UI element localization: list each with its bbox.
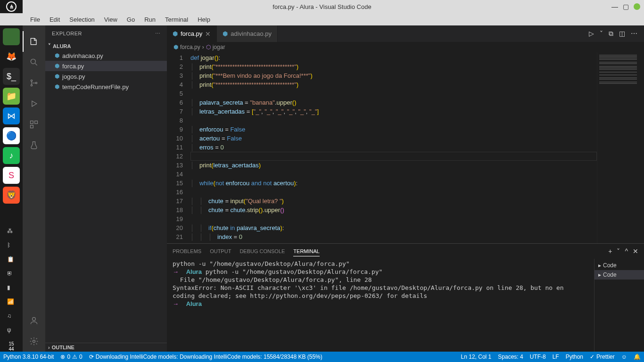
breadcrumb[interactable]: ⬢ forca.py › ⬡ jogar [167,42,644,52]
status-python[interactable]: Python 3.8.10 64-bit [0,352,57,362]
code-editor[interactable]: 123456789101112131415161718192021 def jo… [167,52,644,243]
file-name: jogos.py [62,73,85,80]
status-problems[interactable]: ⊗0 ⚠0 [57,352,85,362]
dock-terminal[interactable]: $_ [3,68,20,85]
dock-bluetooth-icon[interactable]: ᛒ [7,242,16,250]
panel-tab-problems[interactable]: PROBLEMS [173,247,201,256]
run-icon[interactable]: ▷ [589,30,594,38]
os-dock: 🦊 $_ 📁 ⋈ 🔵 ♪ S 🦁 ⁂ ᛒ 📋 ⛨ ▮ 📶 ♫ ψ 1544 [0,25,23,352]
svg-point-1 [31,80,32,81]
tab-label: forca.py [181,30,202,37]
activity-testing[interactable] [23,135,45,156]
maximize-panel-icon[interactable]: ^ [625,247,628,255]
editor-tabs: ⬢forca.py✕⬢adivinhacao.py ▷ ˅ ⧉ ◫ ⋯ [167,25,644,42]
activity-account[interactable] [23,310,45,331]
menu-edit[interactable]: Edit [46,15,64,25]
status-spaces[interactable]: Spaces: 4 [495,352,526,362]
dock-files[interactable]: 📁 [3,88,20,105]
dock-vscode[interactable]: ⋈ [3,107,20,124]
terminal-dropdown-icon[interactable]: ˅ [617,247,620,255]
svg-point-2 [31,84,32,86]
close-button[interactable] [634,3,640,10]
menu-file[interactable]: File [26,15,44,25]
terminal-instance[interactable]: ▸ Code [594,261,644,270]
menu-go[interactable]: Go [123,15,139,25]
menu-help[interactable]: Help [194,15,214,25]
dock-brave[interactable]: 🦁 [3,187,20,204]
status-line-col[interactable]: Ln 12, Col 1 [458,352,495,362]
python-file-icon: ⬢ [223,30,228,37]
new-terminal-icon[interactable]: + [608,247,612,255]
panel-tab-output[interactable]: OUTPUT [210,247,231,256]
dock-music-icon[interactable]: ♫ [7,313,16,321]
dock-battery-icon[interactable]: ▮ [7,284,16,293]
editor-tab[interactable]: ⬢adivinhacao.py [217,25,278,42]
activity-search[interactable] [23,52,45,73]
status-encoding[interactable]: UTF-8 [527,352,549,362]
more-icon[interactable]: ⋯ [631,30,637,38]
file-item[interactable]: ⬢tempCodeRunnerFile.py [45,82,167,92]
status-bar: Python 3.8.10 64-bit ⊗0 ⚠0 ⟳ Downloading… [0,352,644,362]
sync-icon: ⟳ [89,354,94,360]
activity-settings[interactable] [23,331,45,352]
python-file-icon: ⬢ [55,63,59,69]
bell-icon: 🔔 [634,354,641,360]
status-sync[interactable]: ⟳ Downloading IntelliCode models: Downlo… [86,352,326,362]
chevron-right-icon: › [48,345,50,350]
dock-firefox[interactable]: 🦊 [3,48,20,65]
activity-bar [23,25,45,352]
dock-slack[interactable]: S [3,167,20,184]
status-language[interactable]: Python [562,352,586,362]
dock-usb-icon[interactable]: ψ [7,327,16,335]
terminal-output[interactable]: python -u "/home/gustavo/Desktop/Alura/f… [167,259,594,352]
status-bell[interactable]: 🔔 [630,352,644,362]
split-compare-icon[interactable]: ⧉ [609,30,613,38]
dock-shield-icon[interactable]: ⛨ [7,270,16,279]
panel-tab-terminal[interactable]: TERMINAL [293,247,320,256]
minimap[interactable] [597,52,644,243]
dock-tray-1[interactable]: ⁂ [7,228,16,236]
split-editor-icon[interactable]: ◫ [619,30,625,38]
editor-tab[interactable]: ⬢forca.py✕ [167,25,217,42]
panel-tab-debug-console[interactable]: DEBUG CONSOLE [239,247,285,256]
terminal-instance[interactable]: ▸ Code [594,270,644,280]
file-item[interactable]: ⬢jogos.py [45,71,167,82]
activity-extensions[interactable] [23,114,45,135]
python-file-icon: ⬢ [173,30,178,37]
dock-app-1[interactable] [3,28,20,45]
dock-clock[interactable]: 1544 [8,341,14,352]
project-header[interactable]: ˅ ALURA [45,41,167,50]
maximize-button[interactable]: ▢ [623,3,629,10]
dock-chrome[interactable]: 🔵 [3,127,20,144]
breadcrumb-file: forca.py [180,44,200,50]
menu-selection[interactable]: Selection [66,15,98,25]
activity-source-control[interactable] [23,73,45,93]
menu-view[interactable]: View [100,15,121,25]
menu-run[interactable]: Run [140,15,159,25]
dock-wifi-icon[interactable]: 📶 [7,298,16,307]
activity-explorer[interactable] [23,31,45,52]
activity-run-debug[interactable] [23,93,45,114]
close-icon[interactable]: ✕ [205,30,211,38]
dock-clipboard-icon[interactable]: 📋 [7,256,16,264]
menu-bar: FileEditSelectionViewGoRunTerminalHelp [0,13,644,25]
dock-spotify[interactable]: ♪ [3,147,20,164]
status-prettier[interactable]: ✓Prettier [586,352,618,362]
outline-header[interactable]: › OUTLINE [45,343,167,352]
terminal-list: ▸ Code▸ Code [594,259,644,352]
file-item[interactable]: ⬢forca.py [45,61,167,71]
run-dropdown-icon[interactable]: ˅ [600,30,603,38]
file-item[interactable]: ⬢adivinhacao.py [45,50,167,61]
sidebar-more-icon[interactable]: ⋯ [155,31,161,37]
status-feedback[interactable]: ☺ [618,352,630,362]
terminal-icon: ▸ [598,262,601,269]
close-panel-icon[interactable]: ✕ [633,247,638,255]
error-icon: ⊗ [60,354,65,360]
status-eol[interactable]: LF [549,352,562,362]
python-file-icon: ⬢ [55,83,59,90]
menu-terminal[interactable]: Terminal [161,15,192,25]
svg-rect-6 [31,125,33,128]
python-file-icon: ⬢ [55,52,59,59]
sidebar-title: EXPLORER [52,31,82,36]
minimize-button[interactable]: — [611,3,618,10]
